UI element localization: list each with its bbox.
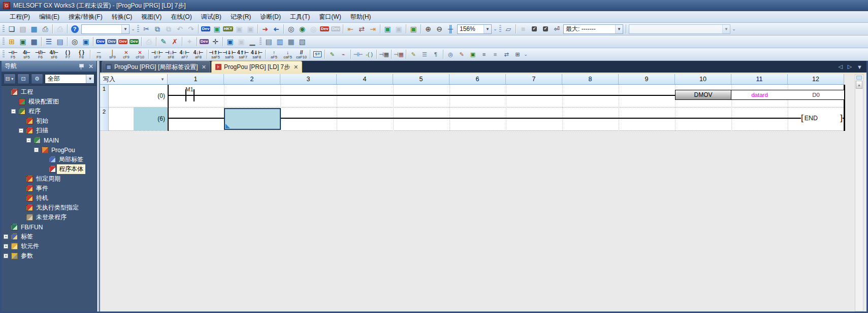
vertical-scrollbar[interactable]: ▲: [855, 74, 863, 311]
menu-item-record[interactable]: 记录(R): [226, 11, 256, 23]
wrap-ladder-button[interactable]: ⇄: [501, 49, 512, 60]
zoom-level-combo[interactable]: 156%▼: [457, 24, 492, 34]
menu-item-edit[interactable]: 编辑(E): [35, 11, 64, 23]
toolbar-overflow-icon[interactable]: ⌄: [523, 52, 528, 57]
print-button[interactable]: ⎙: [40, 24, 51, 34]
panel-splitter[interactable]: [97, 61, 100, 311]
find-open-contact-button[interactable]: ⊣⊢: [352, 49, 364, 60]
device-memory-download-button[interactable]: ➜: [260, 24, 271, 34]
read-mode-button[interactable]: ◎: [445, 49, 456, 60]
vertical-line-button[interactable]: │sF9: [106, 49, 119, 60]
watch-window-4-button[interactable]: ▧: [297, 37, 308, 47]
parallel-close-contact-button[interactable]: 4/⊢sF6: [47, 49, 61, 60]
module-monitor-button[interactable]: ▣: [17, 37, 28, 47]
invert-result-button[interactable]: ↑aF5: [267, 49, 281, 60]
watch-combo[interactable]: ▼: [629, 24, 730, 34]
pulse-conversion-button[interactable]: ↓caF5: [281, 49, 295, 60]
ladder-lightning-button[interactable]: ⌁: [338, 49, 349, 60]
tree-item-program-scan[interactable]: −扫描: [2, 126, 97, 135]
minimize-dash-button[interactable]: ▁: [247, 37, 258, 47]
cursor-tracking-button[interactable]: ▱: [503, 24, 514, 34]
tree-item-label[interactable]: +标签: [2, 232, 97, 241]
edit-ladder-button[interactable]: ✎: [327, 49, 338, 60]
tree-item-program-initial[interactable]: 初始: [2, 116, 97, 126]
toolbar-drag-handle[interactable]: [499, 25, 501, 33]
menu-item-window[interactable]: 窗口(W): [314, 11, 345, 23]
toolbar-overflow-icon[interactable]: ⌄: [493, 26, 498, 31]
carriage-return-button[interactable]: ⏎: [551, 24, 562, 34]
tree-item-program[interactable]: −程序: [2, 107, 97, 116]
verify-with-plc-button[interactable]: HKY: [222, 24, 234, 34]
rising-pulse-button[interactable]: ⊣↑⊢sF7: [150, 49, 164, 60]
ladder-mode-select[interactable]: 写入▼: [100, 74, 168, 85]
scroll-up-button[interactable]: ▲: [856, 81, 862, 89]
instruction-operand[interactable]: D0: [788, 90, 844, 99]
find-coil-button[interactable]: -( ): [364, 49, 375, 60]
instruction-operand[interactable]: datard: [731, 90, 788, 99]
copy-button[interactable]: ⧉: [152, 24, 163, 34]
document-grid-button[interactable]: ▤: [54, 37, 66, 47]
device-doc-dev-button[interactable]: Dev: [106, 37, 117, 47]
device-batch-dev2-button[interactable]: Dev: [128, 37, 140, 47]
toolbar-overflow-icon[interactable]: ⌄: [731, 26, 736, 31]
tab-scroll-right-icon[interactable]: ▷: [848, 63, 852, 70]
horizontal-line-button[interactable]: ─F9: [92, 49, 106, 60]
tab-local-label-setting[interactable]: ▦ProgPou [PRG] [局部标签设置]✕: [102, 61, 210, 73]
ladder-search-button[interactable]: ◎: [285, 24, 297, 34]
note-edit-button[interactable]: ¶: [430, 49, 441, 60]
menu-item-convert[interactable]: 转换(C): [107, 11, 137, 23]
chevron-down-icon[interactable]: ▼: [121, 25, 129, 33]
chevron-down-icon[interactable]: ▼: [615, 25, 623, 33]
monitor-mode-button[interactable]: ▣: [467, 49, 478, 60]
scrollbar-splitter-handle[interactable]: [856, 76, 862, 80]
align-right-button[interactable]: ≡: [490, 49, 501, 60]
device-memory-upload-button[interactable]: ➜: [271, 24, 282, 34]
toolbar-drag-handle[interactable]: [3, 50, 5, 58]
invert-operation-button[interactable]: //caF10: [295, 49, 308, 60]
find-binoculars-button[interactable]: ◎: [69, 37, 80, 47]
delete-horizontal-line-button[interactable]: ✕cF9: [119, 49, 133, 60]
parallel-open-contact-button[interactable]: 4⊢sF5: [20, 49, 34, 60]
device-eye-dev-button[interactable]: Dev: [199, 37, 210, 47]
open-project-button[interactable]: ▤: [17, 24, 28, 34]
chevron-down-icon[interactable]: ▼: [722, 25, 730, 33]
expand-box-icon[interactable]: +: [4, 254, 8, 258]
align-left-button[interactable]: ≡: [478, 49, 490, 60]
menu-item-view[interactable]: 视图(V): [137, 11, 166, 23]
tree-item-parameter[interactable]: +参数: [2, 251, 97, 261]
watch-window-1-button[interactable]: ▤: [263, 37, 274, 47]
option-grid-button[interactable]: ⊞: [512, 49, 523, 60]
watch-window-2-button[interactable]: ▥: [274, 37, 285, 47]
tree-item-device[interactable]: +软元件: [2, 241, 97, 251]
fit-width-button[interactable]: ╫: [445, 24, 456, 34]
toolbar-drag-handle[interactable]: [3, 38, 5, 46]
sampling-trace-button[interactable]: ⇄: [356, 24, 367, 34]
save-project-button[interactable]: ▦: [28, 24, 40, 34]
menu-item-diagnostics[interactable]: 诊断(D): [255, 11, 285, 23]
toolbar-drag-handle[interactable]: [260, 38, 262, 46]
tab-close-icon[interactable]: ✕: [202, 64, 206, 71]
device-find-dev-button[interactable]: Dev: [95, 37, 106, 47]
comment-edit-button[interactable]: ✎: [408, 49, 419, 60]
search-combo[interactable]: ▼: [81, 24, 130, 34]
find-in-document-button[interactable]: ▣: [80, 37, 91, 47]
device-find-cursor-button[interactable]: ✛: [210, 37, 221, 47]
settings-button[interactable]: ⚙: [31, 74, 43, 84]
project-tree-view-button[interactable]: ⊞: [6, 37, 17, 47]
device-list-dev-button[interactable]: Dev: [319, 24, 330, 34]
insert-rung-button[interactable]: ⊣▦: [378, 49, 390, 60]
application-instruction-button[interactable]: { }F8: [75, 49, 88, 60]
falling-pulse-button[interactable]: ⊣↓⊢sF8: [164, 49, 178, 60]
device-grid-dev-button[interactable]: Dev: [117, 37, 128, 47]
statement-edit-button[interactable]: ☰: [419, 49, 430, 60]
tab-ladder-editor[interactable]: ⊦ProgPou [PRG] [LD] 7步✕: [211, 61, 302, 73]
tree-item-progpou[interactable]: −ProgPou: [2, 145, 97, 155]
tree-item-fb-fun[interactable]: FB/FUN: [2, 222, 97, 232]
tree-item-program-no-execution-type[interactable]: 无执行类型指定: [2, 203, 97, 213]
monitor-write-button[interactable]: ▣: [408, 24, 419, 34]
check-program-button[interactable]: ✔: [540, 24, 551, 34]
pin-icon[interactable]: [78, 63, 84, 69]
delete-rung-button[interactable]: ⊣▦: [393, 49, 404, 60]
zoom-in-button[interactable]: ⊕: [423, 24, 434, 34]
module-chip-button[interactable]: ▦: [28, 37, 40, 47]
